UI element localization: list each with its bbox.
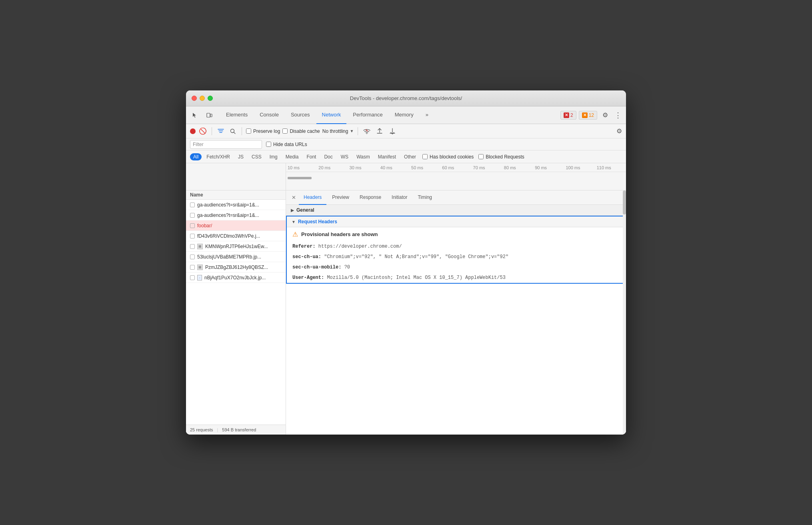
separator-3 <box>358 127 358 135</box>
close-details-button[interactable]: ✕ <box>289 193 298 202</box>
warn-icon: ✕ <box>582 112 588 118</box>
more-options-icon[interactable]: ⋮ <box>613 110 623 121</box>
list-item[interactable]: ▦ KMNWpnRJTP6eHJs1wEw... <box>186 241 286 252</box>
type-btn-doc[interactable]: Doc <box>321 153 336 160</box>
tab-response[interactable]: Response <box>355 190 386 205</box>
blocked-requests-checkbox[interactable] <box>478 154 484 159</box>
tab-memory[interactable]: Memory <box>389 106 419 124</box>
error-badge[interactable]: ✕ 2 <box>560 111 576 120</box>
has-blocked-cookies-checkbox[interactable] <box>422 154 428 159</box>
hide-data-urls-label[interactable]: Hide data URLs <box>266 142 307 147</box>
preserve-log-checkbox-label[interactable]: Preserve log <box>246 128 280 134</box>
item-checkbox <box>190 254 195 259</box>
list-item-selected[interactable]: foobar/ <box>186 220 286 231</box>
download-icon[interactable] <box>388 126 397 136</box>
type-btn-other[interactable]: Other <box>401 153 419 160</box>
item-checkbox <box>190 234 195 238</box>
timeline-bar: 10 ms 20 ms 30 ms 40 ms 50 ms 60 ms 70 m… <box>186 163 626 190</box>
toolbar-right-icons <box>362 126 397 136</box>
request-list-footer: 25 requests | 594 B transferred <box>186 425 286 435</box>
hide-data-urls-checkbox[interactable] <box>266 142 271 147</box>
search-icon[interactable] <box>228 126 238 136</box>
type-btn-img[interactable]: Img <box>266 153 281 160</box>
type-btn-media[interactable]: Media <box>282 153 302 160</box>
details-panel: ✕ Headers Preview Response Initiator Tim… <box>286 190 626 435</box>
item-name: KMNWpnRJTP6eHJs1wEw... <box>205 244 282 249</box>
timeline-request-bar <box>288 177 312 179</box>
type-btn-css[interactable]: CSS <box>248 153 265 160</box>
type-btn-all[interactable]: All <box>190 153 202 160</box>
scrollbar-thumb[interactable] <box>623 190 626 214</box>
list-item[interactable]: ga-audiences?t=sr&aip=1&... <box>186 210 286 220</box>
tab-performance[interactable]: Performance <box>347 106 388 124</box>
timeline-bar-area <box>286 172 626 190</box>
cursor-icon[interactable] <box>189 110 200 121</box>
request-headers-title[interactable]: ▼ Request Headers <box>287 216 625 227</box>
settings-icon[interactable]: ⚙ <box>600 110 611 121</box>
error-icon: ✕ <box>564 112 569 118</box>
device-icon[interactable] <box>204 110 215 121</box>
timeline-label-90ms: 90 ms <box>533 165 564 170</box>
general-section-header[interactable]: ▶ General <box>286 205 626 216</box>
warn-badge[interactable]: ✕ 12 <box>579 111 597 120</box>
tab-more[interactable]: » <box>420 106 434 124</box>
provisional-warning: ⚠ Provisional headers are shown <box>287 227 625 241</box>
disable-cache-checkbox-label[interactable]: Disable cache <box>282 128 320 134</box>
type-btn-ws[interactable]: WS <box>338 153 352 160</box>
request-count: 25 requests <box>190 427 213 432</box>
item-checkbox <box>190 244 195 249</box>
type-btn-font[interactable]: Font <box>303 153 319 160</box>
tab-initiator[interactable]: Initiator <box>387 190 412 205</box>
list-item[interactable]: ▦ PzmJZBgZBJ612Hy8QBSZ... <box>186 262 286 273</box>
tab-sources[interactable]: Sources <box>285 106 316 124</box>
timeline-label-50ms: 50 ms <box>410 165 440 170</box>
tab-headers[interactable]: Headers <box>299 190 326 205</box>
header-value: Mozilla/5.0 (Macintosh; Intel Mac OS X 1… <box>327 275 505 281</box>
item-checkbox <box>190 202 195 207</box>
tab-timing[interactable]: Timing <box>413 190 437 205</box>
minimize-button[interactable] <box>200 96 205 101</box>
list-item[interactable]: fD43v6RiVCDlmo3WhVPe.j... <box>186 231 286 241</box>
type-btn-js[interactable]: JS <box>235 153 247 160</box>
separator-2 <box>242 127 242 135</box>
wifi-icon[interactable] <box>362 126 372 136</box>
svg-rect-0 <box>207 113 210 117</box>
item-checkbox <box>190 213 195 218</box>
timeline-label-40ms: 40 ms <box>379 165 410 170</box>
header-key: sec-ch-ua-mobile: <box>292 265 341 270</box>
blocked-requests-label[interactable]: Blocked Requests <box>478 154 524 160</box>
tab-preview[interactable]: Preview <box>327 190 354 205</box>
record-button[interactable] <box>190 128 196 134</box>
svg-rect-1 <box>210 114 212 117</box>
image-icon: ▦ <box>197 244 203 249</box>
item-name: ga-audiences?t=sr&aip=1&... <box>197 202 282 208</box>
upload-icon[interactable] <box>375 126 384 136</box>
details-tabs: ✕ Headers Preview Response Initiator Tim… <box>286 190 626 205</box>
has-blocked-cookies-label[interactable]: Has blocked cookies <box>422 154 474 160</box>
window-title: DevTools - developer.chrome.com/tags/dev… <box>350 95 462 101</box>
header-row-referer: Referer: https://developer.chrome.com/ <box>287 241 625 252</box>
close-button[interactable] <box>192 96 197 101</box>
request-list: Name ga-audiences?t=sr&aip=1&... ga-audi… <box>186 190 286 435</box>
filter-icon[interactable] <box>216 126 226 136</box>
type-btn-fetchxhr[interactable]: Fetch/XHR <box>203 153 233 160</box>
preserve-log-checkbox[interactable] <box>246 128 251 134</box>
clear-button[interactable]: 🚫 <box>198 126 208 136</box>
tab-network[interactable]: Network <box>316 106 347 124</box>
list-item[interactable]: ga-audiences?t=sr&aip=1&... <box>186 200 286 210</box>
separator-1 <box>212 127 212 135</box>
header-key: User-Agent: <box>292 275 324 281</box>
tab-console[interactable]: Console <box>254 106 284 124</box>
maximize-button[interactable] <box>208 96 213 101</box>
tab-elements[interactable]: Elements <box>220 106 253 124</box>
list-item[interactable]: - nBjAqf1PuX7O2nvJbJck.jp... <box>186 273 286 283</box>
filter-input-wrap[interactable]: Filter <box>190 140 262 149</box>
list-item[interactable]: 53luclsjUVBaBME7MPRb.jp... <box>186 252 286 262</box>
toolbar-settings-icon[interactable]: ⚙ <box>616 127 622 135</box>
type-btn-wasm[interactable]: Wasm <box>353 153 373 160</box>
type-btn-manifest[interactable]: Manifest <box>375 153 399 160</box>
disable-cache-checkbox[interactable] <box>282 128 288 134</box>
request-headers-section: ▼ Request Headers ⚠ Provisional headers … <box>286 216 626 284</box>
throttle-select[interactable]: No throttling ▼ <box>322 128 354 134</box>
throttle-arrow-icon: ▼ <box>350 129 354 133</box>
